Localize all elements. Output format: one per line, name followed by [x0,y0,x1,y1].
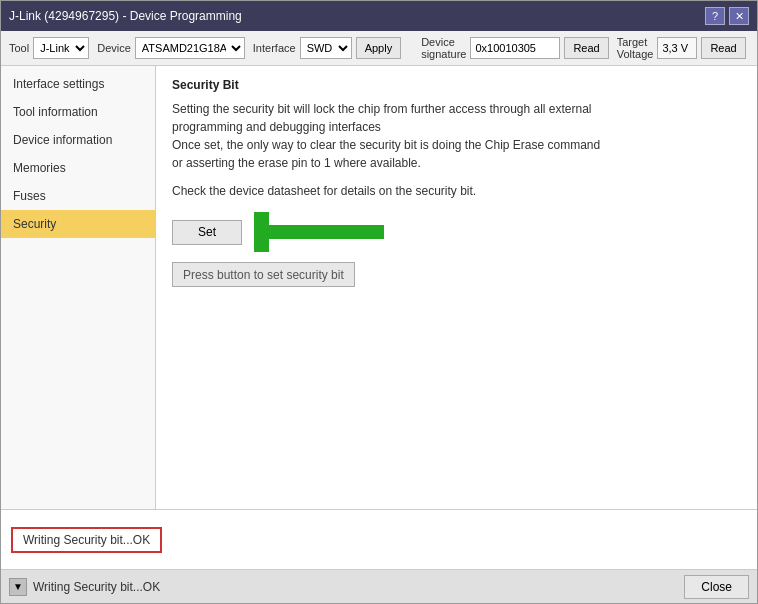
read-button-1[interactable]: Read [564,37,608,59]
content-area: Interface settings Tool information Devi… [1,66,757,509]
close-button[interactable]: ✕ [729,7,749,25]
sidebar-item-tool-information[interactable]: Tool information [1,98,155,126]
sidebar-item-label: Tool information [13,105,98,119]
bottom-bar: ▼ Writing Security bit...OK Close [1,569,757,603]
desc-line-3: Once set, the only way to clear the secu… [172,138,600,152]
arrow-container [254,212,389,252]
tool-group: Tool J-Link [9,37,89,59]
device-sig-input[interactable] [470,37,560,59]
check-text: Check the device datasheet for details o… [172,184,741,198]
tool-label: Tool [9,42,29,54]
log-area: Writing Security bit...OK [1,509,757,569]
device-sig-label: Device signature [421,36,466,60]
toolbar: Tool J-Link Device ATSAMD21G18A Interfac… [1,31,757,66]
status-message-row: Press button to set security bit [172,262,741,287]
tool-select[interactable]: J-Link [33,37,89,59]
interface-group: Interface SWD Apply [253,37,401,59]
interface-label: Interface [253,42,296,54]
device-group: Device ATSAMD21G18A [97,37,245,59]
desc-line-2: programming and debugging interfaces [172,120,381,134]
sidebar-item-device-information[interactable]: Device information [1,126,155,154]
arrow-icon [254,212,389,252]
sidebar-item-label: Memories [13,161,66,175]
sidebar: Interface settings Tool information Devi… [1,66,156,509]
target-voltage-label: Target Voltage [617,36,654,60]
sidebar-item-fuses[interactable]: Fuses [1,182,155,210]
desc-line-4: or asserting the erase pin to 1 where av… [172,156,421,170]
close-dialog-button[interactable]: Close [684,575,749,599]
expand-button[interactable]: ▼ [9,578,27,596]
sidebar-item-label: Interface settings [13,77,104,91]
device-label: Device [97,42,131,54]
device-sig-group: Device signature Read [421,36,609,60]
log-content: Writing Security bit...OK [1,523,757,557]
section-title: Security Bit [172,78,741,92]
sidebar-item-label: Device information [13,133,112,147]
desc-line-1: Setting the security bit will lock the c… [172,102,592,116]
sidebar-item-label: Fuses [13,189,46,203]
bottom-log-text: Writing Security bit...OK [33,580,160,594]
apply-button[interactable]: Apply [356,37,402,59]
voltage-input [657,37,697,59]
bottom-bar-left: ▼ Writing Security bit...OK [9,578,160,596]
title-bar-buttons: ? ✕ [705,7,749,25]
main-window: J-Link (4294967295) - Device Programming… [0,0,758,604]
sidebar-item-security[interactable]: Security [1,210,155,238]
sidebar-item-interface-settings[interactable]: Interface settings [1,70,155,98]
read-button-2[interactable]: Read [701,37,745,59]
status-message: Press button to set security bit [172,262,355,287]
log-message: Writing Security bit...OK [11,527,162,553]
sidebar-item-label: Security [13,217,56,231]
description-text: Setting the security bit will lock the c… [172,100,741,172]
set-button-row: Set [172,212,741,252]
set-button[interactable]: Set [172,220,242,245]
main-panel: Security Bit Setting the security bit wi… [156,66,757,509]
device-select[interactable]: ATSAMD21G18A [135,37,245,59]
window-title: J-Link (4294967295) - Device Programming [9,9,242,23]
help-button[interactable]: ? [705,7,725,25]
interface-select[interactable]: SWD [300,37,352,59]
sidebar-item-memories[interactable]: Memories [1,154,155,182]
voltage-group: Target Voltage Read [617,36,746,60]
title-bar: J-Link (4294967295) - Device Programming… [1,1,757,31]
